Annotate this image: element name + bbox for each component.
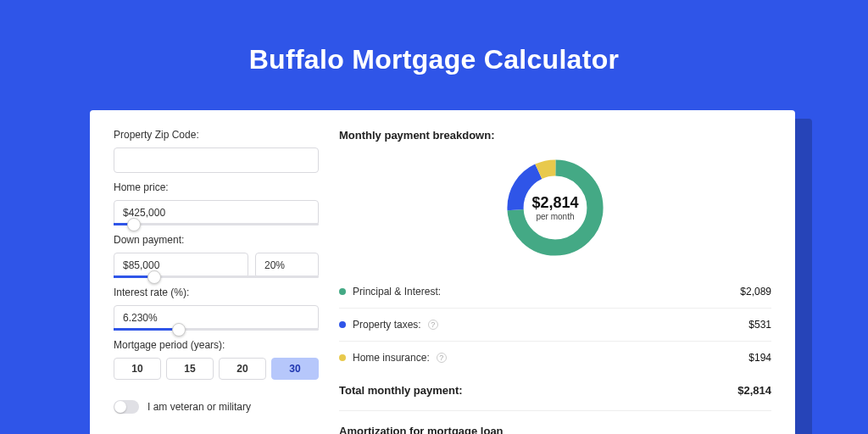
period-button-15[interactable]: 15: [166, 358, 214, 380]
mortgage-period-label: Mortgage period (years):: [114, 339, 319, 351]
toggle-knob: [114, 401, 126, 413]
interest-rate-input[interactable]: [114, 305, 319, 331]
down-payment-percent-input[interactable]: [255, 253, 319, 278]
donut-sublabel: per month: [536, 212, 574, 221]
zip-label: Property Zip Code:: [114, 129, 319, 141]
amortization-head: Amortization for mortgage loan: [339, 425, 771, 434]
down-payment-amount-input[interactable]: [114, 253, 248, 278]
info-icon[interactable]: ?: [428, 320, 438, 330]
slider-thumb[interactable]: [147, 270, 161, 284]
info-icon[interactable]: ?: [437, 353, 447, 363]
page-title: Buffalo Mortgage Calculator: [0, 44, 868, 75]
slider-thumb[interactable]: [127, 218, 141, 231]
legend-value: $531: [748, 319, 771, 331]
slider-thumb[interactable]: [172, 323, 186, 337]
down-payment-slider[interactable]: [114, 275, 319, 278]
total-label: Total monthly payment:: [339, 384, 463, 397]
legend-value: $2,089: [740, 286, 771, 298]
home-price-slider[interactable]: [114, 223, 319, 225]
breakdown-legend: Principal & Interest:$2,089Property taxe…: [339, 275, 771, 374]
home-price-label: Home price:: [114, 181, 319, 193]
legend-label: Property taxes:: [353, 319, 421, 331]
inputs-column: Property Zip Code: Home price: Down paym…: [114, 129, 319, 424]
legend-dot: [339, 321, 346, 328]
zip-input[interactable]: [114, 147, 319, 173]
donut-amount: $2,814: [531, 194, 578, 212]
total-row: Total monthly payment: $2,814: [339, 374, 771, 410]
breakdown-title: Monthly payment breakdown:: [339, 129, 771, 142]
mortgage-period-buttons: 10152030: [114, 358, 319, 380]
total-value: $2,814: [737, 384, 771, 397]
interest-rate-label: Interest rate (%):: [114, 287, 319, 298]
calculator-panel: Property Zip Code: Home price: Down paym…: [90, 110, 795, 434]
legend-value: $194: [748, 352, 771, 364]
results-column: Monthly payment breakdown: $2,814 per mo…: [339, 129, 771, 424]
down-payment-label: Down payment:: [114, 234, 319, 246]
period-button-30[interactable]: 30: [271, 358, 319, 380]
legend-dot: [339, 288, 346, 295]
interest-rate-slider[interactable]: [114, 328, 319, 331]
legend-label: Home insurance:: [353, 352, 430, 364]
period-button-20[interactable]: 20: [219, 358, 266, 380]
legend-label: Principal & Interest:: [353, 286, 441, 298]
period-button-10[interactable]: 10: [114, 358, 161, 380]
legend-row-property_taxes: Property taxes:?$531: [339, 309, 771, 342]
home-price-input[interactable]: [114, 200, 319, 225]
veteran-label: I am veteran or military: [147, 401, 251, 413]
legend-dot: [339, 354, 346, 361]
legend-row-home_insurance: Home insurance:?$194: [339, 342, 771, 374]
legend-row-principal_interest: Principal & Interest:$2,089: [339, 275, 771, 309]
veteran-toggle[interactable]: [114, 400, 139, 414]
